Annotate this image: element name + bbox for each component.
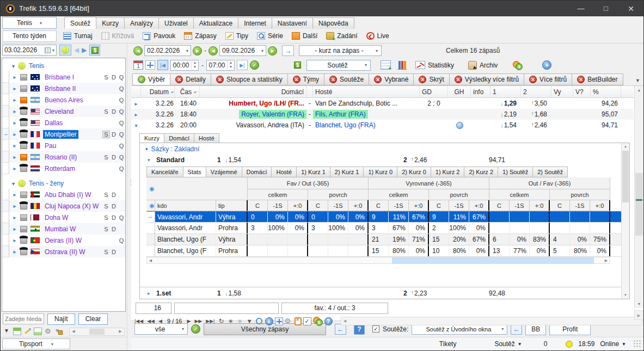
match-row[interactable]: ▾ 3.2.26 20:00 Vavassori, Andrea (ITA) -…	[131, 120, 634, 131]
expand-arrow-icon[interactable]: ▸	[9, 85, 20, 91]
filter-tab[interactable]: Vybrané	[369, 73, 414, 85]
collapse-arrow-icon[interactable]: ▾	[145, 146, 148, 152]
stats-col[interactable]: +:0	[469, 200, 489, 211]
time-end-button[interactable]: ▶|	[237, 60, 248, 70]
stats-subtab[interactable]: 2) Kurz 0	[397, 167, 431, 177]
tournament-row[interactable]: ▸ Cleveland S D Q	[2, 106, 125, 117]
stats-row[interactable]: Vavassori, Andr Výhra 0 0% 0% 0 0% 0% 9	[146, 211, 621, 223]
fav-out-box[interactable]: fav.: 4 / out.: 3	[281, 303, 388, 314]
nav-filter-icon[interactable]: ▼	[246, 318, 254, 324]
help-icon[interactable]: ?	[324, 317, 333, 325]
stats-col[interactable]: +:0	[288, 200, 308, 211]
nav-star-light-icon[interactable]: ∗	[236, 317, 244, 325]
toolbar-button[interactable]: Křížová	[101, 32, 134, 40]
filter-tab[interactable]: Soutěže	[324, 73, 369, 85]
date-to-prev-icon[interactable]: ◀	[208, 46, 218, 56]
menu-tab[interactable]: Aktualizace	[193, 17, 238, 29]
bottom-hscrollbar[interactable]: ◀	[341, 317, 642, 325]
tournament-row[interactable]: ▸ Doha W S D Q	[2, 212, 125, 223]
stats-col[interactable]: -1S	[570, 200, 590, 211]
expand-arrow-icon[interactable]: ▸	[9, 214, 20, 220]
stats-subtab[interactable]: Stats	[183, 167, 206, 177]
tournament-row[interactable]: ▸ Montpellier S D Q	[2, 128, 125, 140]
tournament-row[interactable]: ▸ Ostrava (II) W S D	[2, 246, 125, 257]
col-kurz1[interactable]: 1	[490, 86, 521, 97]
expand-arrow-icon[interactable]: ▸	[131, 101, 141, 107]
kurz-select[interactable]: - kurz na zápas - ▾	[299, 45, 382, 56]
stats-subtab[interactable]: 1) Kurz 0	[363, 167, 397, 177]
toolbar-button[interactable]: Live	[366, 32, 389, 40]
filter-tab[interactable]: Týmy	[287, 73, 324, 85]
toolbar-button[interactable]: Tipy	[225, 32, 248, 40]
calendar-day-icon[interactable]: 1	[133, 60, 143, 70]
period-label[interactable]: Tento týden	[2, 30, 57, 42]
gear-icon[interactable]: ⚙	[285, 317, 293, 325]
date-from-next-icon[interactable]: ▶	[193, 46, 202, 56]
resize-grip[interactable]	[634, 340, 641, 348]
table-add-icon[interactable]	[381, 60, 391, 70]
collapse-arrow-icon[interactable]: ▾	[12, 181, 15, 187]
search-icon[interactable]	[255, 317, 263, 325]
next-day-button[interactable]: ▶	[82, 47, 87, 53]
col-vy[interactable]: Vy	[551, 86, 573, 97]
detail-tab[interactable]: Hosté	[194, 133, 219, 143]
detail-tab[interactable]: Kurzy	[139, 133, 164, 143]
money-filter-button[interactable]: $	[89, 45, 100, 56]
tree-group-tenis-zeny[interactable]: ▾ Tenis - ženy	[2, 177, 125, 189]
filter-tabs-overflow-icon[interactable]: ▼	[635, 78, 640, 83]
stats-col[interactable]: -1S	[510, 200, 530, 211]
tournament-row[interactable]: ▸ Pau Q	[2, 140, 125, 151]
stats-row[interactable]: Blanchet, Ugo (F Výhra 21	[146, 234, 621, 245]
tournament-row[interactable]: ▸ Brisbane II Q	[2, 83, 125, 94]
filter-tab[interactable]: Detaily	[170, 73, 211, 85]
nav-last-button[interactable]: ▶▶|	[205, 318, 216, 324]
apply-time-icon[interactable]: ✓	[250, 60, 259, 70]
sidebar-hscrollbar[interactable]: ◀ ▶	[69, 328, 125, 336]
stats-col[interactable]: +:0	[348, 200, 369, 211]
scroll-left-icon[interactable]: ◀	[341, 319, 349, 323]
gear-icon[interactable]	[44, 328, 52, 335]
statistics-button[interactable]: Statistiky	[415, 61, 454, 69]
funnel-lock-icon[interactable]	[54, 328, 63, 335]
find-button[interactable]: Najít	[47, 313, 75, 325]
add-circle-icon[interactable]: +	[542, 60, 551, 70]
col-cas[interactable]: Čas▴▾	[175, 86, 200, 97]
coins-icon[interactable]	[313, 317, 323, 325]
col-domaci[interactable]: Domácí	[200, 86, 306, 97]
scrollbar-thumb[interactable]	[635, 173, 643, 236]
menu-tab[interactable]: Analýzy	[124, 17, 159, 29]
stats-col[interactable]: +:0	[530, 200, 550, 211]
stats-col[interactable]: C	[429, 200, 449, 211]
expand-arrow-icon[interactable]: ▸	[9, 226, 20, 232]
nav-prev-button[interactable]: ◀	[157, 318, 163, 324]
nav-fast-prev-button[interactable]: ◀◀	[146, 318, 156, 324]
filter-tab[interactable]: BetBuilder	[572, 73, 623, 85]
scroll-up-icon[interactable]: ▲	[635, 86, 643, 94]
tennis-filter-button[interactable]	[59, 45, 71, 56]
stats-col[interactable]: +:0	[409, 200, 429, 211]
stats-subtab[interactable]: 1) Kurz 1	[296, 167, 330, 177]
tournament-row[interactable]: ▸ Buenos Aires Q	[2, 94, 125, 106]
toolbar-button[interactable]: Zápasy	[184, 32, 216, 40]
spinner-arrows[interactable]: ▲▼	[227, 61, 234, 70]
league-mode-select[interactable]: Soutěž ▾	[306, 60, 371, 71]
scroll-left-icon[interactable]: ◀	[147, 258, 154, 263]
scroll-right-icon[interactable]: ▶	[634, 310, 643, 320]
prev-day-button[interactable]: ◀	[74, 47, 79, 53]
stats-subtab[interactable]: 2) Kurz 2	[464, 167, 498, 177]
footer-blank-box[interactable]	[174, 303, 279, 314]
online-status[interactable]: Online▼	[600, 340, 626, 348]
stats-row[interactable]: Blanchet, Ugo (F Prohra 15	[146, 245, 621, 257]
toolbar-button[interactable]: Další	[292, 32, 317, 40]
scroll-right-icon[interactable]: ▶	[116, 329, 124, 334]
date-to-input[interactable]: 09.02.2026 ▾	[219, 45, 266, 56]
clear-button[interactable]: Clear	[78, 313, 108, 325]
set1-odds-row[interactable]: ▸ 1.set 1 ↓1,58 2 ↑2,23 92,48	[140, 287, 621, 299]
scrollbar-thumb[interactable]	[89, 329, 105, 335]
menu-tab[interactable]: Kurzy	[96, 17, 125, 29]
collapse-arrow-icon[interactable]: ▾	[148, 157, 156, 163]
col-kurz2[interactable]: 2	[521, 86, 551, 97]
nav-first-button[interactable]: |◀◀	[133, 318, 144, 324]
match-row[interactable]: ▸ 3.2.26 18:40 Royer, Valentin (FRA) - F…	[131, 109, 634, 120]
tournament-row[interactable]: ▸ Rotterdam Q	[2, 163, 125, 174]
